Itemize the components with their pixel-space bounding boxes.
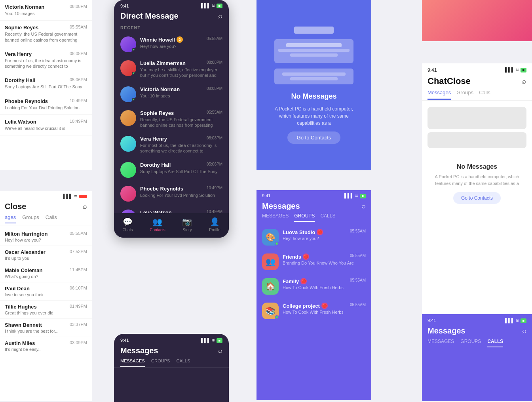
search-icon[interactable]: ⌕	[83, 202, 87, 211]
dm-info: Phoebe Reynolds 10:49PM Looking For Your…	[140, 186, 222, 198]
panel-gradient-header	[422, 0, 532, 41]
tab-calls[interactable]: CALLS	[176, 358, 190, 367]
list-item[interactable]: Phoebe Reynolds 10:49PM Looking For Your…	[0, 94, 92, 115]
list-item[interactable]: Sophie Reyes 05:55AM Recently, the US Fe…	[0, 21, 92, 47]
tab-bar: MESSAGES GROUPS CALLS	[114, 358, 229, 368]
dm-list-item[interactable]: Winnie Howell2 05:55AM Hey! how are you?	[114, 32, 229, 56]
group-info: Friends 🔴 05:55AM Branding Do You Know W…	[283, 253, 366, 265]
list-item[interactable]: Tillie Hughes 01:49PM Great things you e…	[0, 301, 92, 319]
dm-info: Winnie Howell2 05:55AM Hey! how are you?	[140, 36, 222, 49]
group-list-item[interactable]: 🎨 Luova Studio 🔴 05:55AM Hey! how are yo…	[256, 225, 371, 250]
panel-no-messages-blue: No Messages A Pocket PC is a handheld co…	[256, 0, 371, 170]
no-messages-subtitle: A Pocket PC is a handheld computer, whic…	[428, 173, 526, 187]
list-item[interactable]: Paul Dean 06:10PM love to see you their	[0, 282, 92, 301]
group-list-item[interactable]: 📚 College project 🔴 05:55AM How To Cook …	[256, 299, 371, 323]
group-list-item[interactable]: 👥 Friends 🔴 05:55AM Branding Do You Know…	[256, 250, 371, 274]
no-messages-title: No Messages	[291, 92, 336, 101]
dm-list-item[interactable]: Phoebe Reynolds 10:49PM Looking For Your…	[114, 182, 229, 206]
screen-title: Messages	[262, 202, 300, 211]
list-item[interactable]: Lelia Watson 10:49PM We've all heard how…	[0, 115, 92, 135]
screen-title: Close	[5, 202, 26, 211]
chatchlose-header: ChatClose ⌕	[422, 74, 532, 90]
no-messages-title: No Messages	[457, 163, 497, 170]
online-indicator	[275, 315, 279, 319]
avatar	[120, 86, 136, 102]
tab-bar: Messages Groups Calls	[422, 90, 532, 101]
tab-bar: MESSAGES GROUPS CALLS	[256, 213, 371, 222]
nav-profile[interactable]: 👤 Profile	[209, 217, 220, 232]
dm-info: Vera Henry 08:08PM For most of us, the i…	[140, 136, 222, 154]
avatar	[120, 36, 136, 52]
search-icon[interactable]: ⌕	[522, 327, 526, 335]
story-icon: 📷	[182, 217, 192, 227]
tab-groups[interactable]: GROUPS	[151, 358, 170, 367]
dm-list-item[interactable]: Vera Henry 08:08PM For most of us, the i…	[114, 132, 229, 158]
panel-direct-message: 9:41 ▌▌▌ ≋ ■ Direct Message ⌕ RECENT Win…	[114, 0, 229, 238]
dm-list-item[interactable]: Victoria Norman 08:08PM You: 10 images	[114, 82, 229, 106]
avatar	[120, 60, 136, 76]
dm-list-item[interactable]: Dorothy Hall 05:06PM Sony Laptops Are St…	[114, 158, 229, 182]
online-indicator	[275, 242, 279, 246]
time-display: 9:41	[428, 318, 436, 323]
tab-messages[interactable]: ages	[5, 214, 16, 223]
group-avatar: 👥	[262, 253, 279, 270]
tab-groups[interactable]: Groups	[456, 90, 473, 100]
placeholder-graphic	[274, 27, 353, 84]
tab-calls[interactable]: CALLS	[320, 213, 335, 222]
dm-info: Sophie Reyes 05:55AM Recently, the US Fe…	[140, 110, 222, 128]
tab-bar: MESSAGES GROUPS CALLS	[422, 339, 532, 347]
group-avatar: 🎨	[262, 229, 279, 246]
nav-contacts[interactable]: 👥 Contacts	[150, 217, 165, 232]
group-info: Family 🔴 05:55AM How To Cook With Fresh …	[283, 278, 366, 290]
go-to-contacts-button[interactable]: Go to Contacts	[453, 192, 501, 204]
tab-groups[interactable]: Groups	[22, 214, 39, 223]
tab-groups[interactable]: GROUPS	[294, 213, 315, 222]
avatar	[120, 186, 136, 202]
search-icon[interactable]: ⌕	[361, 202, 366, 210]
tab-calls[interactable]: Calls	[479, 90, 490, 100]
dm-list-item[interactable]: Luella Zimmerman 08:08PM You may be a sk…	[114, 56, 229, 82]
list-item[interactable]: Dorothy Hall 05:06PM Sony Laptops Are St…	[0, 73, 92, 94]
screen-title: Messages	[120, 346, 158, 355]
tab-messages[interactable]: MESSAGES	[262, 213, 289, 222]
skeleton-block	[428, 107, 526, 129]
screen-title: Messages	[428, 326, 466, 335]
search-icon[interactable]: ⌕	[218, 12, 222, 20]
signal-icons: ▌▌▌ ≋ ■	[505, 67, 526, 73]
search-icon[interactable]: ⌕	[218, 347, 222, 355]
list-item[interactable]: Milton Harrington 05:55AM Hey! how are y…	[0, 228, 92, 246]
group-avatar: 📚	[262, 303, 279, 319]
messages-header: Messages ⌕	[114, 345, 229, 358]
nav-chats[interactable]: 💬 Chats	[122, 217, 133, 232]
status-bar: 9:41 ▌▌▌ ≋ ■	[422, 314, 532, 325]
panel-chatchlose-white: 9:41 ▌▌▌ ≋ ■ ChatClose ⌕ Messages Groups…	[422, 63, 532, 333]
tab-calls[interactable]: Calls	[46, 214, 57, 223]
tab-messages[interactable]: Messages	[428, 90, 451, 100]
online-indicator	[132, 48, 136, 52]
messages-header: Messages ⌕	[256, 200, 371, 213]
panel-top-left-list: Victoria Norman 08:08PM You: 10 images S…	[0, 0, 92, 170]
online-indicator	[132, 72, 136, 76]
list-item[interactable]: Victoria Norman 08:08PM You: 10 images	[0, 0, 92, 21]
tab-groups[interactable]: GROUPS	[460, 339, 481, 347]
messages-header: Messages ⌕	[422, 325, 532, 339]
online-indicator	[132, 98, 136, 102]
group-list-item[interactable]: 🏠 Family 🔴 05:55AM How To Cook With Fres…	[256, 274, 371, 299]
status-bar: 9:41 ▌▌▌ ≋ ■	[422, 63, 532, 74]
go-to-contacts-button[interactable]: Go to Contacts	[287, 131, 341, 144]
tab-messages[interactable]: MESSAGES	[120, 358, 145, 367]
dm-list-item[interactable]: Sophie Reyes 05:55AM Recently, the US Fe…	[114, 106, 229, 132]
tab-messages[interactable]: MESSAGES	[428, 339, 454, 347]
dm-info: Victoria Norman 08:08PM You: 10 images	[140, 86, 222, 99]
recent-label: RECENT	[114, 24, 229, 32]
list-item[interactable]: Vera Henry 08:08PM For most of us, the i…	[0, 47, 92, 74]
list-item[interactable]: Shawn Bennett 03:37PM I think you are th…	[0, 319, 92, 337]
list-item[interactable]: Oscar Alexander 07:53PM It's up to you!	[0, 246, 92, 264]
list-item[interactable]: Austin Miles 03:09PM It's might be easy.…	[0, 337, 92, 355]
search-icon[interactable]: ⌕	[522, 77, 526, 86]
list-item[interactable]: Mable Coleman 11:45PM What's going on?	[0, 264, 92, 282]
chat-icon: 💬	[123, 217, 133, 227]
tab-calls[interactable]: CALLS	[487, 339, 503, 347]
dm-header: Direct Message ⌕	[114, 10, 229, 24]
nav-story[interactable]: 📷 Story	[182, 217, 192, 232]
